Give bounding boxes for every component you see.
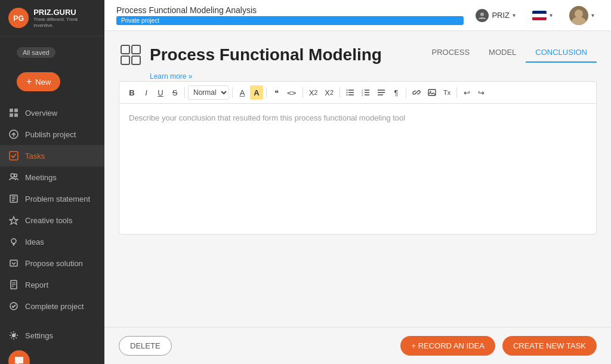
all-saved-badge: All saved: [17, 47, 55, 58]
sidebar-item-problem[interactable]: Problem statement: [0, 188, 104, 209]
svg-point-25: [13, 334, 16, 337]
sidebar-item-publish[interactable]: Publish project: [0, 124, 104, 145]
svg-point-26: [480, 13, 484, 16]
sidebar-item-overview[interactable]: Overview: [0, 102, 104, 124]
sidebar-item-settings[interactable]: Settings: [8, 326, 96, 344]
editor-area[interactable]: Describe your conclusion that resulted f…: [119, 103, 597, 235]
ideas-icon: [8, 236, 19, 247]
superscript-button[interactable]: X2: [322, 85, 337, 100]
svg-rect-19: [10, 260, 17, 266]
sidebar-item-publish-label: Publish project: [25, 130, 76, 139]
create-task-button[interactable]: CREATE NEW TASK: [502, 336, 597, 356]
svg-rect-3: [14, 109, 18, 112]
style-select[interactable]: Normal: [188, 85, 229, 100]
complete-icon: [8, 301, 19, 311]
toolbar-sep-4: [303, 87, 303, 98]
tab-model[interactable]: MODEL: [479, 43, 526, 63]
toolbar-sep-5: [340, 87, 340, 98]
user-icon: [476, 9, 489, 22]
sidebar-item-propose[interactable]: Propose solution: [0, 252, 104, 274]
user-chip[interactable]: PRIZ ▾: [471, 7, 520, 24]
blockquote-button[interactable]: ❝: [270, 85, 283, 100]
settings-icon: [8, 330, 19, 341]
align-button[interactable]: [374, 85, 388, 100]
tab-conclusion[interactable]: CONCLUSION: [526, 43, 597, 63]
font-color-button[interactable]: A: [236, 85, 249, 100]
sidebar-item-problem-label: Problem statement: [25, 195, 90, 203]
strikethrough-button[interactable]: S: [168, 85, 181, 100]
underline-button[interactable]: U: [154, 85, 167, 100]
learn-more-link[interactable]: Learn more »: [150, 72, 192, 81]
tab-process[interactable]: PROCESS: [422, 43, 480, 63]
indent-button[interactable]: ¶: [390, 85, 403, 100]
private-badge: Private project: [116, 16, 464, 25]
sidebar-item-creative[interactable]: Creative tools: [0, 209, 104, 231]
flag-icon: [532, 11, 547, 20]
unordered-list-button[interactable]: [343, 85, 357, 100]
svg-rect-48: [428, 90, 436, 95]
subscript-button[interactable]: X2: [306, 85, 321, 100]
svg-rect-5: [14, 113, 18, 117]
editor-toolbar: B I U S Normal A A ❝ <> X2 X2 1.2.3.: [119, 81, 597, 103]
sidebar-item-complete[interactable]: Complete project: [0, 295, 104, 317]
record-idea-button[interactable]: + RECORD AN IDEA: [400, 336, 495, 356]
sidebar-item-overview-label: Overview: [25, 109, 57, 118]
sidebar-item-tasks-label: Tasks: [25, 152, 45, 161]
svg-point-36: [347, 90, 348, 91]
sidebar-item-creative-label: Creative tools: [25, 216, 72, 225]
svg-point-49: [430, 91, 431, 92]
svg-rect-29: [121, 45, 129, 54]
avatar-chip[interactable]: ▾: [564, 4, 599, 27]
logo-tagline: Think different. Think inventive.: [33, 17, 96, 28]
page-tabs: PROCESS MODEL CONCLUSION: [422, 43, 597, 63]
topbar: Process Functional Modeling Analysis Pri…: [104, 0, 611, 31]
toolbar-sep-7: [456, 87, 457, 98]
ordered-list-button[interactable]: 1.2.3.: [359, 85, 373, 100]
redo-button[interactable]: ↪: [474, 85, 487, 100]
code-button[interactable]: <>: [284, 85, 300, 100]
editor-placeholder: Describe your conclusion that resulted f…: [129, 113, 405, 122]
propose-icon: [8, 258, 19, 269]
content-area: Process Functional Modeling PROCESS MODE…: [104, 31, 611, 327]
new-button[interactable]: + New: [17, 72, 60, 91]
sidebar-item-report[interactable]: Report: [0, 274, 104, 295]
logo-text: PRIZ.GURU: [33, 8, 96, 17]
sidebar-item-tasks[interactable]: Tasks: [0, 145, 104, 166]
overview-icon: [8, 107, 19, 118]
svg-rect-31: [121, 56, 129, 64]
problem-icon: [8, 193, 19, 204]
italic-button[interactable]: I: [140, 85, 153, 100]
avatar-chevron-icon: ▾: [591, 12, 594, 18]
svg-point-15: [11, 239, 16, 243]
undo-button[interactable]: ↩: [460, 85, 473, 100]
page-title-wrap: Process Functional Modeling: [119, 43, 382, 67]
page-header: Process Functional Modeling PROCESS MODE…: [119, 43, 597, 67]
logo: PG PRIZ.GURU Think different. Think inve…: [0, 0, 104, 36]
sidebar-bottom: Settings: [0, 320, 104, 364]
svg-rect-4: [10, 113, 13, 117]
page-title: Process Functional Modeling: [150, 45, 382, 64]
bold-button[interactable]: B: [125, 85, 138, 100]
tasks-icon: [8, 150, 19, 161]
main-content: Process Functional Modeling Analysis Pri…: [104, 0, 611, 364]
font-bg-button[interactable]: A: [250, 85, 263, 100]
chat-button[interactable]: [8, 350, 30, 364]
creative-icon: [8, 215, 19, 226]
lang-chevron-icon: ▾: [550, 12, 553, 18]
image-button[interactable]: [425, 85, 439, 100]
user-label: PRIZ: [492, 11, 510, 20]
svg-point-38: [347, 94, 348, 95]
svg-point-27: [570, 17, 587, 25]
svg-rect-8: [10, 152, 18, 160]
sidebar-item-meetings[interactable]: Meetings: [0, 166, 104, 188]
delete-button[interactable]: DELETE: [119, 336, 172, 356]
sidebar-item-ideas[interactable]: Ideas: [0, 231, 104, 252]
bottom-right-actions: + RECORD AN IDEA CREATE NEW TASK: [400, 336, 597, 356]
link-button[interactable]: [409, 85, 424, 100]
sidebar-item-report-label: Report: [25, 280, 48, 289]
sidebar: PG PRIZ.GURU Think different. Think inve…: [0, 0, 104, 364]
language-selector[interactable]: ▾: [527, 8, 557, 23]
svg-rect-30: [132, 45, 140, 54]
svg-text:3.: 3.: [362, 94, 363, 97]
clear-format-button[interactable]: Tx: [440, 85, 453, 100]
